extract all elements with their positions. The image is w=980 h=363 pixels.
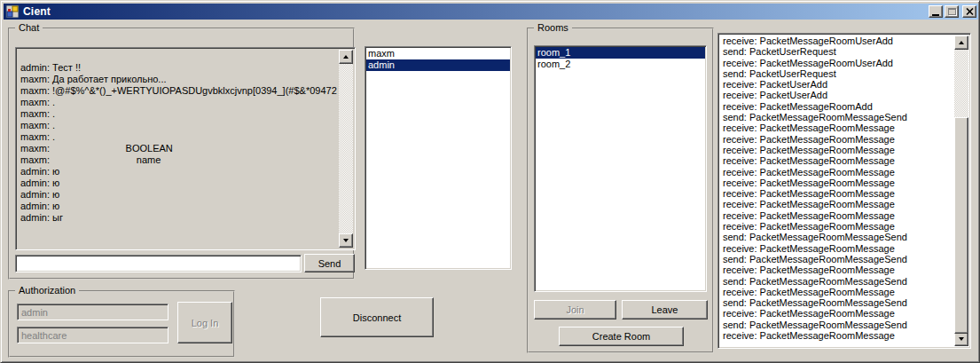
rooms-group-label: Rooms: [534, 22, 572, 34]
client-window: Cient Chat admin: Тест !!maxm: Да работа…: [0, 0, 980, 363]
chat-scroll-up-button[interactable]: [339, 50, 353, 64]
app-icon: [5, 4, 20, 19]
chat-message-line: maxm: .: [18, 131, 337, 143]
packet-log-entry[interactable]: receive: PacketMessageRoomAdd: [720, 101, 953, 112]
chat-message-line: admin: ыг: [18, 212, 337, 224]
chat-message-line: admin: ю: [18, 166, 337, 178]
chat-group-label: Chat: [15, 22, 43, 34]
packet-log-entry[interactable]: receive: PacketMessageRoomMessage: [720, 287, 953, 297]
packet-log-entry[interactable]: send: PacketMessageRoomMessageSend: [720, 297, 953, 308]
arrow-up-icon: [343, 55, 349, 59]
room-list-item[interactable]: room_2: [536, 59, 705, 70]
packet-log-entry[interactable]: receive: PacketMessageRoomMessage: [720, 243, 953, 254]
chat-scrollbar[interactable]: [339, 50, 353, 248]
chat-messages: admin: Тест !!maxm: Да работает прикольн…: [18, 51, 337, 248]
authorization-group-label: Authorization: [15, 285, 79, 296]
send-button[interactable]: Send: [304, 254, 355, 272]
packet-log-entry[interactable]: send: PacketMessageRoomMessageSend: [720, 232, 953, 242]
packet-log-entry[interactable]: receive: PacketMessageRoomMessage: [720, 155, 953, 166]
packet-log-entry[interactable]: receive: PacketMessageRoomMessage: [720, 330, 953, 341]
packet-log-entry[interactable]: receive: PacketMessageRoomMessage: [720, 145, 953, 155]
maximize-button[interactable]: [945, 5, 959, 18]
chat-scroll-track[interactable]: [339, 64, 353, 233]
arrow-up-icon: [959, 41, 964, 44]
packet-log-entry[interactable]: send: PacketMessageRoomMessageSend: [720, 276, 953, 287]
packet-log-entries: receive: PacketMessageRoomUserAddsend: P…: [720, 36, 953, 346]
packet-log-entry[interactable]: send: PacketUserRequest: [720, 46, 953, 57]
chat-message-line: admin: ю: [18, 189, 337, 201]
chat-input[interactable]: [15, 255, 302, 272]
chat-message-line: maxm: BOOLEAN: [18, 143, 337, 154]
users-list[interactable]: maxmadmin: [365, 46, 512, 270]
chat-message-area[interactable]: admin: Тест !!maxm: Да работает прикольн…: [15, 47, 356, 250]
packet-log-entry[interactable]: receive: PacketMessageRoomMessage: [720, 221, 953, 232]
titlebar[interactable]: Cient: [4, 4, 978, 20]
chat-message-line: maxm: name: [18, 154, 337, 166]
password-field[interactable]: [17, 327, 169, 343]
packet-log-entry[interactable]: receive: PacketMessageRoomMessage: [720, 308, 953, 319]
packet-log-entry[interactable]: receive: PacketMessageRoomMessage: [720, 188, 953, 199]
chat-message-line: admin: Тест !!: [18, 62, 337, 74]
room-list-item[interactable]: room_1: [536, 47, 705, 59]
packet-log-entry[interactable]: receive: PacketMessageRoomUserAdd: [720, 36, 953, 46]
arrow-down-icon: [959, 337, 964, 341]
close-button[interactable]: [962, 5, 976, 18]
arrow-down-icon: [343, 239, 349, 242]
log-scroll-up-button[interactable]: [954, 36, 968, 50]
packet-log-entry[interactable]: receive: PacketMessageRoomMessage: [720, 167, 953, 178]
user-list-item[interactable]: maxm: [366, 48, 510, 59]
log-scroll-thumb[interactable]: [954, 117, 968, 334]
packet-log-entry[interactable]: send: PacketMessageRoomMessageSend: [720, 254, 953, 264]
packet-log-list[interactable]: receive: PacketMessageRoomUserAddsend: P…: [717, 33, 971, 349]
chat-message-line: maxm: .: [18, 97, 337, 108]
packet-log-entry[interactable]: send: PacketMessageRoomMessageSend: [720, 320, 953, 330]
create-room-button[interactable]: Create Room: [559, 327, 684, 346]
packet-log-entry[interactable]: receive: PacketMessageRoomMessage: [720, 199, 953, 209]
disconnect-button[interactable]: Disconnect: [320, 297, 434, 337]
chat-message-line: maxm: .: [18, 120, 337, 131]
packet-log-entry[interactable]: receive: PacketMessageRoomMessage: [720, 264, 953, 275]
packet-log-entry[interactable]: send: PacketMessageRoomMessageSend: [720, 112, 953, 122]
log-scroll-track[interactable]: [954, 50, 968, 332]
packet-log-entry[interactable]: receive: PacketUserAdd: [720, 79, 953, 90]
log-in-button[interactable]: Log In: [177, 302, 232, 343]
chat-message-line: admin: ю: [18, 178, 337, 189]
chat-message-line: maxm: .: [18, 108, 337, 120]
packet-log-entry[interactable]: receive: PacketMessageRoomUserAdd: [720, 58, 953, 68]
packet-log-entry[interactable]: send: PacketUserRequest: [720, 68, 953, 79]
log-scroll-down-button[interactable]: [954, 332, 968, 346]
packet-log-entry[interactable]: receive: PacketMessageRoomMessage: [720, 122, 953, 133]
user-list-item[interactable]: admin: [366, 59, 510, 71]
join-room-button[interactable]: Join: [534, 300, 616, 320]
leave-room-button[interactable]: Leave: [622, 300, 708, 320]
packet-log-entry[interactable]: receive: PacketMessageRoomMessage: [720, 210, 953, 221]
log-scrollbar[interactable]: [954, 36, 968, 346]
packet-log-entry[interactable]: receive: PacketMessageRoomMessage: [720, 134, 953, 145]
packet-log-entry[interactable]: receive: PacketUserAdd: [720, 90, 953, 100]
minimize-button[interactable]: [929, 5, 943, 18]
packet-log-entry[interactable]: receive: PacketMessageRoomMessage: [720, 178, 953, 188]
close-icon: [966, 8, 974, 15]
chat-scroll-down-button[interactable]: [339, 233, 353, 248]
rooms-list[interactable]: room_1room_2: [534, 45, 707, 292]
window-title: Cient: [23, 5, 927, 18]
chat-message-line: admin: ю: [18, 201, 337, 212]
chat-message-line: maxm: !@#$%^&*()_+WERTYUIOPASDUgvbklxcjv…: [18, 85, 337, 97]
chat-message-line: [18, 51, 337, 62]
chat-message-line: maxm: Да работает прикольно...: [18, 74, 337, 85]
login-field[interactable]: [17, 304, 169, 320]
maximize-icon: [948, 8, 956, 15]
minimize-icon: [932, 14, 939, 16]
